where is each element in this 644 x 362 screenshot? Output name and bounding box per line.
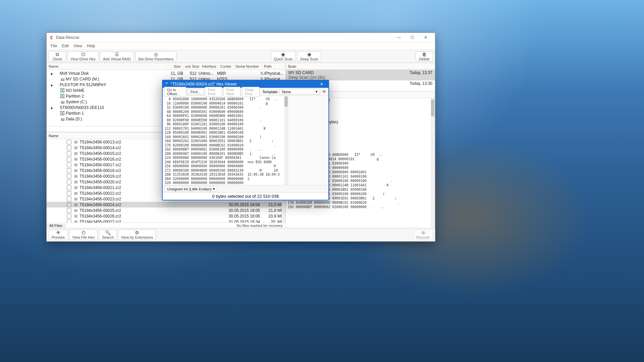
file-row[interactable]: ▤T5184x3456-00025.cr230.05.2015 18:0521,… [47, 207, 285, 213]
sliders-icon: ⚙ [135, 230, 139, 235]
file-icon: ▤ [73, 163, 78, 167]
file-checkbox[interactable] [67, 220, 71, 223]
inspector-type-select[interactable]: Unsigned Int (Little Endian)▾ [165, 186, 217, 192]
hex-icon: ⌬ [81, 52, 85, 57]
tree-item-name: ST6000VN0033-2EE110 [59, 105, 168, 110]
refresh-icon[interactable]: ⟳ [321, 89, 327, 94]
all-files-tab[interactable]: All Files [47, 224, 65, 228]
file-checkbox[interactable] [67, 157, 71, 162]
file-name: T5184x3456-00026.cr2 [79, 214, 220, 219]
recover-button[interactable]: ⊕Recover [413, 230, 433, 240]
file-checkbox[interactable] [67, 214, 71, 219]
view-by-extensions-button[interactable]: ⚙View by Extensions [118, 230, 156, 240]
tree-item-name: Data (D:) [65, 117, 168, 121]
file-size: 20,9 MB [260, 214, 283, 219]
hex-logo-icon [165, 82, 169, 86]
drive-icon: 💽 [60, 111, 65, 115]
file-checkbox[interactable] [67, 163, 71, 167]
tree-item-name: MY SD CARD (M:) [65, 77, 168, 81]
scan-item[interactable]: MY SD CARDToday, 13:37Deep Scan (1m 26s) [286, 70, 435, 80]
expand-icon[interactable] [57, 100, 60, 103]
tree-row[interactable]: ▾Msft Virtual Disk11, GB512Unkno...MBR\\… [47, 70, 285, 76]
file-size: 20, MB [260, 220, 283, 223]
titlebar[interactable]: Data Rescue — ☐ ✕ [47, 33, 435, 42]
expand-icon[interactable] [57, 112, 60, 115]
file-icon: ▤ [73, 151, 78, 156]
expand-icon[interactable] [57, 89, 60, 92]
menu-file[interactable]: File [49, 43, 59, 49]
view-drive-hex-button[interactable]: ⌬View Drive Hex [67, 51, 99, 61]
minimize-button[interactable]: — [392, 33, 406, 42]
scan-subtitle: Deep Scan (1m 26s) [288, 75, 432, 80]
drive-icon: 🖴 [60, 77, 65, 81]
scan-header: Scan [286, 63, 435, 70]
eye-icon: 👁 [56, 230, 61, 235]
tree-item-name: Msft Virtual Disk [59, 71, 168, 76]
file-checkbox[interactable] [67, 191, 71, 196]
clear-find-button[interactable]: Clear Find [242, 87, 260, 97]
file-checkbox[interactable] [67, 174, 71, 179]
expand-icon[interactable]: ▾ [51, 106, 54, 109]
hex-scrollbar[interactable] [284, 96, 288, 185]
find-button[interactable]: Find... [187, 89, 204, 95]
quick-scan-button[interactable]: ◉Quick Scan [271, 51, 296, 61]
drive-icon: 💽 [60, 88, 65, 93]
maximize-button[interactable]: ☐ [406, 33, 419, 42]
file-checkbox[interactable] [67, 168, 71, 173]
search-button[interactable]: 🔍Search [99, 230, 117, 240]
file-icon: ▤ [73, 185, 78, 190]
delete-button[interactable]: 🗑Delete [416, 51, 433, 61]
find-next-button[interactable]: Find Next [223, 87, 240, 97]
file-icon: ▤ [73, 174, 78, 178]
expand-icon[interactable] [57, 117, 60, 120]
file-icon: ▤ [73, 145, 78, 150]
file-row[interactable]: ▤T5184x3456-00026.cr230.05.2015 18:0620,… [47, 213, 285, 219]
file-icon: ▤ [73, 191, 78, 195]
hex-viewer-window[interactable]: "T5184x3456-00024.cr2" Hex Viewer ✕ Go t… [162, 80, 329, 200]
file-row[interactable]: ▤T5184x3456-00027.cr231.05.2015 16:3420,… [47, 219, 285, 223]
file-size: 21,5 MB [260, 202, 283, 207]
set-drive-parameters-button[interactable]: ◎Set Drive Parameters [135, 51, 176, 61]
find-prev-button[interactable]: Find Prev [205, 87, 222, 97]
menu-view[interactable]: View [71, 43, 84, 49]
main-toolbar: ⧉Clone ⌬View Drive Hex ☰Add Virtual RAID… [47, 50, 435, 63]
expand-icon[interactable]: ▾ [51, 83, 54, 86]
close-button[interactable]: ✕ [419, 33, 432, 42]
deep-scan-button[interactable]: ◉Deep Scan [297, 51, 321, 61]
go-to-offset-button[interactable]: Go to Offset... [164, 87, 186, 97]
file-icon: ▤ [73, 180, 78, 184]
value-scrollbar[interactable] [431, 98, 435, 228]
file-checkbox[interactable] [67, 151, 71, 156]
menu-edit[interactable]: Edit [60, 43, 71, 49]
file-checkbox[interactable] [67, 180, 71, 184]
file-checkbox[interactable] [67, 140, 71, 144]
scan-title: MY SD CARD [288, 70, 314, 75]
file-checkbox[interactable] [67, 145, 71, 150]
hex-close-button[interactable]: ✕ [317, 82, 326, 86]
file-icon: ▤ [73, 168, 78, 173]
menu-help[interactable]: Help [85, 43, 97, 49]
file-row[interactable]: ▤T5184x3456-00024.cr230.05.2015 18:0421,… [47, 202, 285, 207]
expand-icon[interactable]: ▾ [51, 72, 54, 75]
file-date: 30.05.2015 18:06 [220, 214, 260, 219]
preview-button[interactable]: 👁Preview [49, 230, 68, 240]
expand-icon[interactable] [57, 95, 60, 98]
file-name: T5184x3456-00024.cr2 [79, 202, 220, 207]
hex-window-title: "T5184x3456-00024.cr2" Hex Viewer [171, 82, 317, 86]
hex-dump[interactable]: 0 49492A00 10000000 43520200 A6B60000 II… [163, 96, 288, 185]
drive-icon: 💽 [60, 94, 65, 98]
file-checkbox[interactable] [67, 197, 71, 201]
chevron-down-icon: ▾ [213, 187, 215, 191]
clone-button[interactable]: ⧉Clone [49, 51, 66, 61]
expand-icon[interactable] [57, 77, 60, 80]
file-icon: ▤ [73, 157, 78, 161]
recovery-status: No files marked for recovery [65, 224, 285, 228]
add-virtual-raid-button[interactable]: ☰Add Virtual RAID [100, 51, 134, 61]
file-checkbox[interactable] [67, 208, 71, 213]
drive-columns: Name Size ock Size Interface Conter Seri… [47, 63, 285, 70]
template-select[interactable]: None▾ [280, 89, 320, 95]
view-file-hex-button[interactable]: ⌬View File Hex [69, 230, 98, 240]
file-checkbox[interactable] [67, 202, 71, 207]
file-checkbox[interactable] [67, 185, 71, 190]
deep-scan-icon: ◉ [307, 52, 311, 57]
